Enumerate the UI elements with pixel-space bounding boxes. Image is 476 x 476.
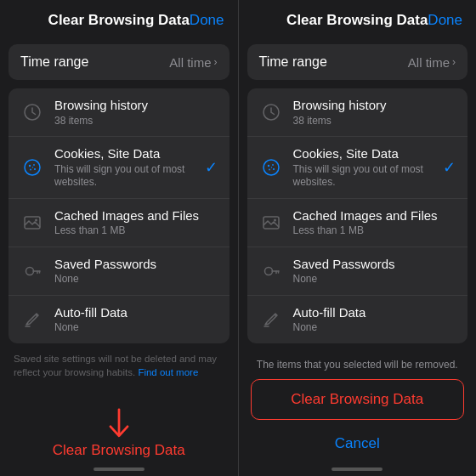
right-done-button[interactable]: Done bbox=[428, 12, 462, 29]
left-browsing-history-subtitle: 38 items bbox=[54, 115, 218, 128]
left-cookies-subtitle: This will sign you out of most websites. bbox=[54, 163, 198, 190]
right-passwords-title: Saved Passwords bbox=[293, 256, 456, 273]
left-time-range[interactable]: Time range All time › bbox=[8, 44, 230, 80]
left-cached-subtitle: Less than 1 MB bbox=[54, 224, 218, 238]
left-cached-title: Cached Images and Files bbox=[54, 207, 218, 224]
left-autofill-title: Auto-fill Data bbox=[54, 304, 218, 321]
right-cookies-subtitle: This will sign you out of most websites. bbox=[293, 163, 437, 190]
left-footer-note: Saved site settings will not be deleted … bbox=[14, 352, 224, 379]
left-time-range-value: All time › bbox=[169, 55, 217, 70]
left-cookies-checkmark: ✓ bbox=[205, 158, 218, 177]
left-clear-button[interactable]: Clear Browsing Data bbox=[53, 442, 185, 459]
left-passwords-subtitle: None bbox=[54, 273, 218, 286]
left-done-button[interactable]: Done bbox=[190, 12, 224, 29]
right-clock-icon bbox=[259, 100, 283, 124]
right-browsing-history-subtitle: 38 items bbox=[293, 115, 456, 128]
svg-point-2 bbox=[29, 165, 31, 167]
left-panel: Clear Browsing Data Done Time range All … bbox=[0, 0, 238, 476]
svg-point-5 bbox=[30, 169, 31, 171]
left-passwords-title: Saved Passwords bbox=[54, 256, 218, 273]
left-home-indicator bbox=[94, 468, 144, 471]
left-find-out-more-link[interactable]: Find out more bbox=[138, 367, 198, 377]
right-cookies-title: Cookies, Site Data bbox=[293, 145, 437, 162]
right-cookies-text: Cookies, Site Data This will sign you ou… bbox=[293, 145, 437, 190]
right-autofill-text: Auto-fill Data None bbox=[293, 304, 456, 335]
left-items-list: Browsing history 38 items Cookies, Site … bbox=[8, 88, 230, 343]
right-cookie-icon bbox=[259, 156, 283, 179]
right-key-icon bbox=[259, 259, 283, 283]
left-cached-text: Cached Images and Files Less than 1 MB bbox=[54, 207, 218, 238]
right-item-cookies[interactable]: Cookies, Site Data This will sign you ou… bbox=[247, 136, 468, 198]
right-item-browsing-history[interactable]: Browsing history 38 items bbox=[247, 88, 468, 136]
left-cookies-text: Cookies, Site Data This will sign you ou… bbox=[54, 145, 198, 190]
right-cached-text: Cached Images and Files Less than 1 MB bbox=[293, 207, 456, 238]
right-item-passwords[interactable]: Saved Passwords None bbox=[247, 246, 468, 295]
svg-point-4 bbox=[34, 168, 36, 170]
cookie-icon bbox=[20, 156, 44, 179]
left-title: Clear Browsing Data bbox=[48, 12, 190, 29]
right-bottom-area: The items that you selected will be remo… bbox=[239, 350, 477, 476]
right-autofill-subtitle: None bbox=[293, 321, 456, 335]
svg-point-18 bbox=[267, 165, 269, 167]
left-autofill-text: Auto-fill Data None bbox=[54, 304, 218, 335]
left-header: Clear Browsing Data Done bbox=[0, 0, 238, 37]
left-passwords-text: Saved Passwords None bbox=[54, 256, 218, 286]
left-time-range-chevron: › bbox=[214, 56, 218, 68]
svg-point-8 bbox=[35, 218, 37, 221]
svg-point-19 bbox=[272, 164, 274, 166]
right-browsing-history-text: Browsing history 38 items bbox=[293, 97, 456, 128]
left-browsing-history-text: Browsing history 38 items bbox=[54, 97, 218, 128]
left-time-range-label: Time range bbox=[20, 54, 88, 70]
arrow-down-icon bbox=[104, 408, 134, 442]
left-bottom-area: Clear Browsing Data bbox=[0, 408, 238, 476]
svg-point-9 bbox=[26, 267, 34, 275]
right-header: Clear Browsing Data Done bbox=[239, 0, 477, 37]
right-items-list: Browsing history 38 items Cookies, Site … bbox=[247, 88, 468, 343]
right-time-range-chevron: › bbox=[452, 56, 456, 68]
right-cookies-checkmark: ✓ bbox=[443, 158, 456, 177]
right-removal-notice: The items that you selected will be remo… bbox=[251, 359, 465, 371]
image-icon bbox=[20, 211, 44, 235]
clock-icon bbox=[20, 100, 44, 124]
svg-point-22 bbox=[270, 167, 271, 167]
key-icon bbox=[20, 259, 44, 283]
svg-point-21 bbox=[269, 169, 270, 171]
right-clear-data-button[interactable]: Clear Browsing Data bbox=[251, 379, 465, 420]
right-item-autofill[interactable]: Auto-fill Data None bbox=[247, 295, 468, 343]
right-time-range-label: Time range bbox=[259, 54, 327, 70]
right-image-icon bbox=[259, 211, 283, 235]
svg-point-25 bbox=[264, 267, 272, 275]
svg-point-20 bbox=[272, 168, 274, 170]
svg-point-24 bbox=[274, 218, 276, 221]
svg-point-6 bbox=[32, 167, 33, 167]
right-pen-icon bbox=[259, 308, 283, 332]
left-item-cached[interactable]: Cached Images and Files Less than 1 MB bbox=[8, 198, 230, 246]
right-time-range-value: All time › bbox=[408, 55, 456, 70]
right-home-indicator bbox=[332, 468, 382, 471]
pen-icon bbox=[20, 308, 44, 332]
right-cancel-button[interactable]: Cancel bbox=[251, 427, 465, 461]
left-browsing-history-title: Browsing history bbox=[54, 97, 218, 114]
right-panel: Clear Browsing Data Done Time range All … bbox=[238, 0, 477, 476]
right-item-cached[interactable]: Cached Images and Files Less than 1 MB bbox=[247, 198, 468, 246]
left-item-autofill[interactable]: Auto-fill Data None bbox=[8, 295, 230, 343]
svg-point-3 bbox=[33, 164, 35, 166]
right-cached-title: Cached Images and Files bbox=[293, 207, 456, 224]
right-title: Clear Browsing Data bbox=[286, 12, 428, 29]
left-item-cookies[interactable]: Cookies, Site Data This will sign you ou… bbox=[8, 136, 230, 198]
right-cached-subtitle: Less than 1 MB bbox=[293, 224, 456, 238]
right-passwords-subtitle: None bbox=[293, 273, 456, 286]
left-autofill-subtitle: None bbox=[54, 321, 218, 335]
left-item-passwords[interactable]: Saved Passwords None bbox=[8, 246, 230, 295]
left-item-browsing-history[interactable]: Browsing history 38 items bbox=[8, 88, 230, 136]
right-browsing-history-title: Browsing history bbox=[293, 97, 456, 114]
right-time-range[interactable]: Time range All time › bbox=[247, 44, 468, 80]
right-autofill-title: Auto-fill Data bbox=[293, 304, 456, 321]
right-passwords-text: Saved Passwords None bbox=[293, 256, 456, 286]
left-cookies-title: Cookies, Site Data bbox=[54, 145, 198, 162]
